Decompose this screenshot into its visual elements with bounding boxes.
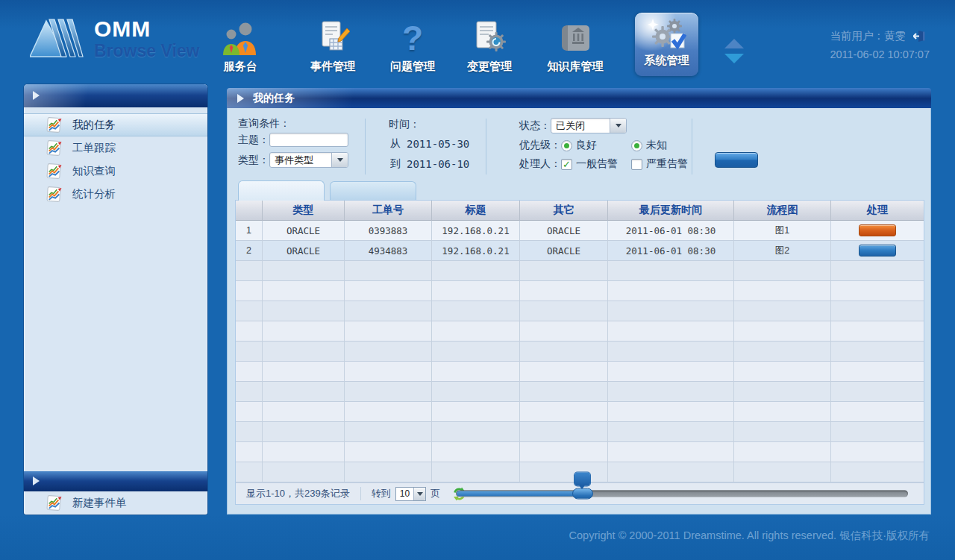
nav-item-change-management[interactable]: 变更管理 — [457, 18, 522, 74]
process-button[interactable] — [859, 245, 896, 257]
nav-item-system-management[interactable]: 系统管理 — [635, 13, 698, 76]
type-select[interactable]: 事件类型 — [269, 152, 348, 168]
user-info: 当前用户：黄雯 2011-06-02 10:07:07 — [830, 28, 930, 62]
dropdown-button[interactable] — [413, 488, 425, 500]
col-header-action[interactable]: 处理 — [831, 201, 924, 221]
main-header: 我的任务 — [227, 88, 931, 108]
nav-item-service-desk[interactable]: 服务台 — [208, 18, 272, 74]
table-cell-empty — [831, 462, 924, 482]
task-chart-icon — [45, 186, 63, 202]
subject-input[interactable] — [269, 133, 348, 147]
table-cell-empty — [608, 321, 734, 342]
sidebar-item-statistics[interactable]: 统计分析 — [24, 183, 207, 206]
table-row-empty — [236, 442, 924, 462]
table-cell-empty — [734, 442, 831, 462]
table-cell-empty — [236, 342, 263, 362]
handler-checkbox-general[interactable] — [561, 159, 572, 170]
copyright-text: Copyright © 2000-2011 Dreamstime. All ri… — [569, 529, 930, 541]
table-cell-empty — [520, 321, 608, 342]
col-header-diagram[interactable]: 流程图 — [734, 201, 831, 221]
nav-item-incident-management[interactable]: 事件管理 — [300, 18, 366, 74]
sidebar-item-order-tracking[interactable]: 工单跟踪 — [24, 136, 207, 160]
cell-action — [831, 221, 924, 241]
slider-handle[interactable] — [572, 488, 593, 500]
status-select[interactable]: 已关闭 — [551, 118, 627, 133]
main-panel: 我的任务 查询条件： 主题： 类型： 事件类型 — [227, 88, 931, 515]
logout-icon[interactable] — [913, 30, 926, 43]
col-header-type[interactable]: 类型 — [263, 201, 345, 221]
dropdown-button[interactable] — [610, 119, 626, 133]
table-cell-empty — [432, 342, 520, 362]
sidebar-header[interactable] — [24, 84, 207, 107]
table-cell-empty — [263, 462, 345, 482]
nav-label: 系统管理 — [635, 54, 698, 68]
table-cell-empty — [734, 261, 831, 281]
sidebar-bottom-header[interactable] — [24, 471, 207, 491]
col-header-other[interactable]: 其它 — [520, 201, 608, 221]
priority-radio-unknown[interactable] — [631, 140, 642, 151]
col-header-title[interactable]: 标题 — [432, 201, 520, 221]
table-cell-empty — [831, 442, 924, 462]
nav-item-knowledge-base[interactable]: 知识库管理 — [539, 18, 611, 74]
priority-radio-good[interactable] — [561, 140, 572, 151]
handler-label: 处理人： — [519, 157, 561, 171]
sidebar-item-label: 统计分析 — [72, 187, 116, 201]
table-cell-empty — [263, 402, 345, 422]
process-button[interactable] — [859, 224, 896, 236]
sidebar-items: 我的任务 工单跟踪 — [24, 107, 207, 206]
sidebar-item-label: 知识查询 — [72, 164, 116, 178]
table-cell-empty — [345, 321, 432, 342]
table-cell-empty — [345, 442, 432, 462]
slider-fill — [457, 491, 583, 497]
app-logo: OMM Browse View — [30, 16, 199, 61]
top-header: OMM Browse View 服务台 — [0, 0, 955, 84]
play-arrow-icon — [237, 94, 244, 103]
cell-diagram[interactable]: 图1 — [734, 221, 831, 241]
table-row[interactable]: 1 ORACLE 0393883 192.168.0.21 ORACLE 201… — [236, 221, 924, 241]
table-header-row: 类型 工单号 标题 其它 最后更新时间 流程图 处理 — [236, 201, 924, 221]
table-cell-empty — [831, 261, 924, 281]
col-header-updated[interactable]: 最后更新时间 — [608, 201, 734, 221]
table-cell-empty — [734, 342, 831, 362]
table-cell-empty — [608, 362, 734, 382]
sidebar-item-knowledge-query[interactable]: 知识查询 — [24, 160, 207, 183]
collapse-up-icon[interactable] — [724, 39, 744, 48]
change-management-icon — [457, 18, 522, 55]
table-cell-empty — [520, 261, 608, 281]
divider — [360, 487, 361, 500]
dropdown-button[interactable] — [331, 153, 348, 167]
table-cell-empty — [520, 402, 608, 422]
sidebar-item-my-tasks[interactable]: 我的任务 — [24, 113, 207, 136]
page-slider[interactable] — [456, 491, 908, 497]
table-cell-empty — [345, 462, 432, 482]
handler-option-label: 严重告警 — [646, 157, 688, 171]
col-header-order-no[interactable]: 工单号 — [345, 201, 432, 221]
status-select-value: 已关闭 — [551, 119, 589, 133]
tab-1[interactable] — [238, 180, 325, 201]
table-cell-empty — [432, 382, 520, 402]
table-cell-empty — [608, 382, 734, 402]
system-management-icon — [635, 17, 698, 51]
table-row[interactable]: 2 ORACLE 4934883 192.168.0.21 ORACLE 201… — [236, 241, 924, 261]
table-cell-empty — [236, 281, 263, 301]
play-arrow-icon — [33, 91, 40, 100]
handler-checkbox-severe[interactable] — [631, 159, 642, 170]
table-cell-empty — [520, 462, 608, 482]
search-button[interactable] — [715, 152, 758, 168]
sidebar-item-new-event[interactable]: 新建事件单 — [24, 491, 207, 515]
priority-label: 优先级： — [519, 139, 561, 152]
to-date-value[interactable]: 2011-06-10 — [407, 158, 469, 170]
incident-management-icon — [300, 18, 366, 55]
nav-item-problem-management[interactable]: ? 问题管理 — [380, 18, 445, 74]
collapse-down-icon[interactable] — [724, 54, 744, 63]
from-date-value[interactable]: 2011-05-30 — [407, 138, 469, 150]
slider-tooltip — [574, 473, 590, 486]
time-label: 时间： — [389, 118, 420, 131]
table-cell-empty — [734, 281, 831, 301]
nav-label: 变更管理 — [457, 60, 522, 74]
tab-2[interactable] — [330, 181, 416, 200]
cell-diagram[interactable]: 图2 — [734, 241, 831, 261]
nav-collapse-arrows[interactable] — [724, 39, 744, 63]
page-select[interactable]: 10 — [395, 487, 426, 501]
table-cell-empty — [520, 301, 608, 321]
